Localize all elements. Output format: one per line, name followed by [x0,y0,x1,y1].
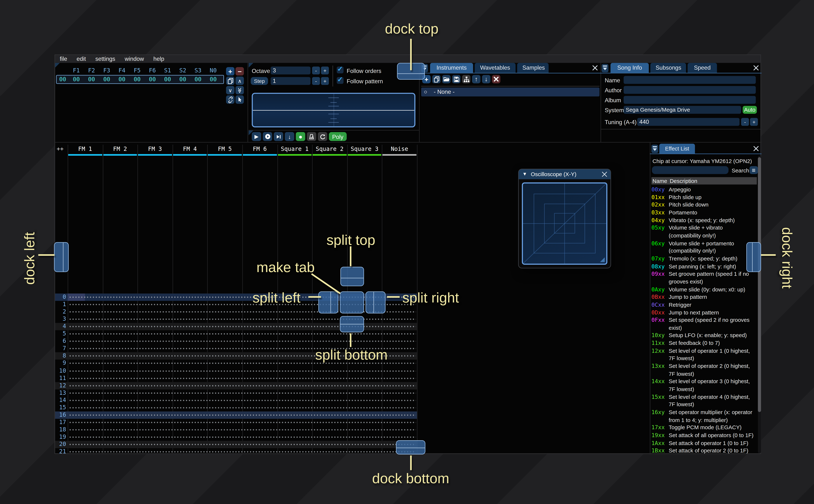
pattern-expand-corner[interactable]: ++ [57,146,64,153]
effect-row[interactable]: 10xySetup LFO (x: enable; y: speed) [651,332,756,339]
menu-item-edit[interactable]: edit [72,55,91,63]
close-icon[interactable] [592,65,598,71]
split-bottom-target[interactable] [340,316,364,332]
instrument-delete-button[interactable] [492,75,501,83]
split-top-target[interactable] [340,267,364,286]
effect-row[interactable]: 03xxPortamento [651,209,756,216]
tuning-inc-button[interactable]: + [750,118,758,126]
play-pattern-button[interactable] [263,132,272,141]
menu-item-window[interactable]: window [120,55,149,63]
step-row-button[interactable]: ↓ [285,132,294,141]
order-add-button[interactable]: + [226,67,234,76]
effect-row[interactable]: 1AxxSet attack of operator 1 (0 to 1F) [651,439,756,447]
channel-header[interactable]: FM 3 [137,146,172,153]
follow-pattern-checkbox[interactable]: ✓ [337,77,343,84]
instrument-up-button[interactable]: ↑ [472,75,481,83]
effect-row[interactable]: 11xxSet feedback (0 to 7) [651,339,756,347]
menu-item-file[interactable]: file [55,55,72,63]
orders-row[interactable]: 0000000000000000000000 [56,75,224,84]
order-cell[interactable]: 00 [84,76,99,83]
effect-row[interactable]: 0BxxJump to pattern [651,293,756,301]
metronome-button[interactable] [307,132,316,141]
step-inc-button[interactable]: + [321,77,329,85]
effect-row[interactable]: 05xyVolume slide + vibrato (compatibilit… [651,224,756,239]
oscilloscope-xy-window[interactable]: ▼ Oscilloscope (X-Y) [518,169,611,268]
effect-row[interactable]: 1BxxSet attack of operator 2 (0 to 1F) [651,447,756,454]
octave-dec-button[interactable]: - [312,67,320,74]
pattern-row[interactable]: 16 [55,411,417,419]
play-one-row-button[interactable] [274,132,283,141]
order-up-button[interactable]: ∧ [235,76,244,85]
instrument-down-button[interactable]: ↓ [482,75,491,83]
play-button[interactable]: ▶ [252,132,261,141]
edit-record-toggle[interactable]: ● [296,132,305,141]
tuning-input[interactable]: 440 [637,118,740,126]
make-tab-target[interactable] [340,291,364,314]
close-icon[interactable] [753,146,759,151]
effect-row[interactable]: 0FxxSet speed (speed 2 if no grooves exi… [651,316,756,331]
effect-row[interactable]: 01xxPitch slide up [651,193,756,201]
channel-header[interactable]: Square 2 [312,146,347,153]
system-input[interactable]: Sega Genesis/Mega Drive [624,106,741,114]
scrollbar-thumb[interactable] [758,157,761,412]
order-cell[interactable]: 00 [130,76,145,83]
order-cell[interactable]: 00 [114,76,130,83]
pattern-row[interactable]: 21 [55,448,417,454]
channel-header[interactable]: FM 1 [68,146,102,153]
order-cell[interactable]: 00 [175,76,190,83]
tab-samples[interactable]: Samples [517,63,549,73]
dock-bottom-target[interactable] [396,440,425,454]
menu-item-settings[interactable]: settings [91,55,120,63]
instrument-save-button[interactable] [452,75,461,83]
album-input[interactable] [624,96,756,104]
author-input[interactable] [624,86,756,94]
instrument-duplicate-button[interactable] [432,75,441,83]
tab-wavetables[interactable]: Wavetables [475,63,516,73]
order-cell[interactable]: 00 [99,76,114,83]
order-remove-button[interactable]: − [235,67,244,76]
effect-search-input[interactable] [652,166,729,174]
effect-row[interactable]: 06xyVolume slide + portamento (compatibi… [651,239,756,255]
step-dec-button[interactable]: - [312,77,320,85]
pattern-row[interactable]: 14 [55,397,417,404]
channel-header[interactable]: FM 2 [103,146,137,153]
repeat-pattern-button[interactable] [318,132,327,141]
tab-instruments[interactable]: Instruments [430,63,473,73]
tab-effect-list[interactable]: Effect List [659,144,695,154]
instrument-open-button[interactable] [442,75,451,83]
tab-subsongs[interactable]: Subsongs [650,63,686,73]
pattern-row[interactable]: 13 [55,389,417,397]
channel-header[interactable]: FM 5 [207,146,242,153]
poly-toggle-button[interactable]: Poly [329,132,347,141]
pattern-row[interactable]: 10 [55,367,417,375]
order-duplicate-button[interactable] [226,76,234,85]
order-cell[interactable]: 00 [205,76,221,83]
effect-row[interactable]: 09xxSet groove pattern (speed 1 if no gr… [651,270,756,285]
octave-input[interactable]: 3 [270,67,310,74]
effect-row[interactable]: 15xxSet level of operator 4 (0 highest, … [651,393,756,408]
octave-inc-button[interactable]: + [321,67,329,74]
order-cell[interactable]: 00 [160,76,175,83]
channel-header[interactable]: FM 6 [242,146,277,153]
order-cell[interactable]: 00 [145,76,160,83]
pattern-row[interactable]: 17 [55,419,417,426]
effect-row[interactable]: 0AxyVolume slide (0y: down; x0: up) [651,285,756,293]
pattern-row[interactable]: 6 [55,338,417,345]
channel-header[interactable]: Noise [382,146,417,153]
effect-list-menu-button[interactable]: ≡ [750,166,758,174]
tuning-dec-button[interactable]: - [741,118,749,126]
effect-row[interactable]: 12xxSet level of operator 1 (0 highest, … [651,347,756,362]
split-left-target[interactable] [318,291,338,314]
tab-list-button[interactable] [651,145,658,153]
channel-header[interactable]: Square 1 [277,146,312,153]
order-cell[interactable]: 00 [190,76,206,83]
tab-song-info[interactable]: Song Info [611,63,649,73]
channel-header[interactable]: FM 4 [172,146,207,153]
order-cell[interactable]: 00 [69,76,84,83]
order-down-button[interactable]: ∨ [226,86,234,95]
pattern-row[interactable]: 20 [55,441,417,448]
dock-left-target[interactable] [54,242,69,272]
pattern-row[interactable]: 19 [55,433,417,441]
pattern-row[interactable]: 12 [55,382,417,389]
resize-grip[interactable] [600,257,605,262]
